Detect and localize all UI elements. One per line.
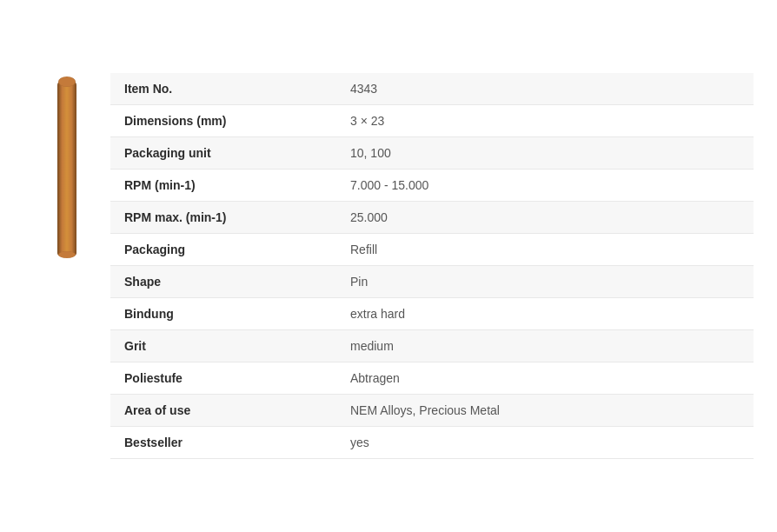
spec-label: RPM max. (min-1): [110, 202, 336, 234]
table-row: RPM (min-1)7.000 - 15.000: [110, 170, 754, 202]
table-row: Gritmedium: [110, 330, 754, 362]
spec-label: Grit: [110, 330, 336, 362]
spec-value: 25.000: [336, 202, 754, 234]
table-row: PoliestufeAbtragen: [110, 362, 754, 395]
spec-label: Bestseller: [110, 427, 336, 459]
spec-label: Item No.: [110, 73, 336, 105]
spec-value: 3 × 23: [336, 105, 754, 137]
product-specs-table-wrapper: Item No.4343Dimensions (mm)3 × 23Packagi…: [110, 73, 754, 459]
spec-label: Area of use: [110, 395, 336, 427]
spec-label: Poliestufe: [110, 362, 336, 395]
product-specs-table: Item No.4343Dimensions (mm)3 × 23Packagi…: [110, 73, 754, 459]
product-pin-image: [57, 82, 76, 256]
spec-label: Packaging unit: [110, 137, 336, 170]
table-row: Area of useNEM Alloys, Precious Metal: [110, 395, 754, 427]
table-row: Item No.4343: [110, 73, 754, 105]
spec-value: extra hard: [336, 298, 754, 330]
spec-value: medium: [336, 330, 754, 362]
spec-value: Abtragen: [336, 362, 754, 395]
table-row: RPM max. (min-1)25.000: [110, 202, 754, 234]
spec-label: RPM (min-1): [110, 170, 336, 202]
spec-value: 10, 100: [336, 137, 754, 170]
spec-value: 4343: [336, 73, 754, 105]
spec-label: Dimensions (mm): [110, 105, 336, 137]
spec-value: yes: [336, 427, 754, 459]
table-row: Dimensions (mm)3 × 23: [110, 105, 754, 137]
product-detail-container: Item No.4343Dimensions (mm)3 × 23Packagi…: [15, 56, 762, 476]
spec-value: 7.000 - 15.000: [336, 170, 754, 202]
table-row: ShapePin: [110, 266, 754, 298]
spec-label: Packaging: [110, 234, 336, 266]
table-row: Packaging unit10, 100: [110, 137, 754, 170]
table-row: Bindungextra hard: [110, 298, 754, 330]
spec-label: Bindung: [110, 298, 336, 330]
spec-value: NEM Alloys, Precious Metal: [336, 395, 754, 427]
spec-value: Refill: [336, 234, 754, 266]
table-row: Bestselleryes: [110, 427, 754, 459]
spec-label: Shape: [110, 266, 336, 298]
product-image-area: [23, 73, 110, 256]
spec-value: Pin: [336, 266, 754, 298]
table-row: PackagingRefill: [110, 234, 754, 266]
